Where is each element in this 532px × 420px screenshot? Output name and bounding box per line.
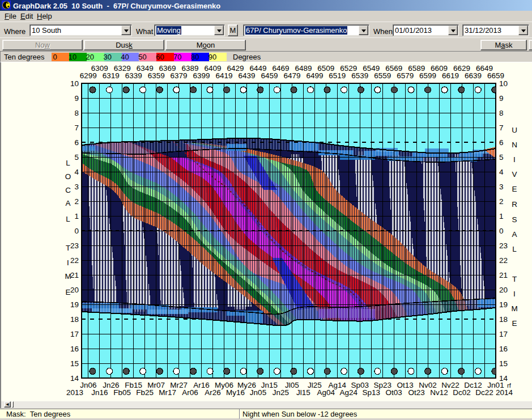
svg-text:L: L — [66, 215, 70, 223]
svg-text:21: 21 — [499, 271, 508, 279]
svg-text:Dc02: Dc02 — [453, 388, 471, 397]
svg-text:N: N — [512, 141, 517, 149]
svg-text:A: A — [512, 230, 517, 239]
svg-text:6359: 6359 — [148, 71, 165, 80]
svg-text:6539: 6539 — [351, 71, 368, 80]
svg-text:R: R — [512, 200, 517, 209]
svg-text:23: 23 — [70, 241, 79, 250]
svg-text:A: A — [65, 199, 70, 207]
svg-text:6299: 6299 — [80, 71, 97, 80]
svg-text:Mr17: Mr17 — [159, 388, 176, 397]
svg-text:6379: 6379 — [171, 71, 188, 80]
svg-text:9: 9 — [499, 94, 504, 103]
svg-text:2: 2 — [74, 197, 79, 206]
svg-text:0: 0 — [74, 227, 79, 235]
svg-text:M: M — [511, 304, 517, 313]
svg-text:T: T — [512, 275, 517, 283]
svg-text:Jn25: Jn25 — [273, 388, 289, 397]
svg-text:6419: 6419 — [215, 71, 232, 80]
svg-text:2: 2 — [499, 197, 504, 206]
svg-text:6579: 6579 — [397, 71, 414, 80]
svg-text:L: L — [512, 245, 517, 253]
svg-text:19: 19 — [70, 300, 79, 309]
svg-text:8: 8 — [499, 109, 504, 117]
svg-text:6499: 6499 — [306, 71, 323, 80]
svg-text:6319: 6319 — [103, 71, 120, 80]
svg-text:9: 9 — [74, 94, 79, 103]
svg-text:2013: 2013 — [66, 388, 83, 397]
svg-text:O: O — [65, 172, 71, 181]
svg-text:Ot03: Ot03 — [386, 388, 402, 397]
svg-text:6399: 6399 — [193, 71, 210, 80]
svg-text:6619: 6619 — [442, 71, 459, 80]
svg-text:0: 0 — [499, 227, 504, 235]
svg-text:My16: My16 — [226, 388, 245, 397]
svg-text:20: 20 — [70, 286, 79, 294]
svg-text:22: 22 — [70, 256, 79, 265]
svg-text:6559: 6559 — [374, 71, 391, 80]
svg-text:I: I — [513, 155, 516, 164]
svg-text:Ot23: Ot23 — [408, 388, 425, 397]
svg-text:T: T — [66, 244, 70, 252]
svg-text:5: 5 — [74, 153, 79, 162]
svg-text:6599: 6599 — [419, 71, 436, 80]
svg-text:Nv12: Nv12 — [430, 388, 448, 397]
svg-text:Ag24: Ag24 — [340, 388, 358, 397]
svg-text:U: U — [512, 126, 517, 134]
svg-text:L: L — [66, 159, 70, 167]
svg-text:17: 17 — [499, 330, 508, 338]
svg-text:15: 15 — [499, 359, 508, 368]
svg-text:Jl15: Jl15 — [296, 388, 310, 397]
svg-text:6519: 6519 — [329, 71, 346, 80]
svg-text:6459: 6459 — [261, 71, 278, 80]
svg-text:6: 6 — [74, 138, 79, 147]
svg-text:Dc22: Dc22 — [475, 388, 493, 397]
svg-text:Ag04: Ag04 — [317, 388, 335, 397]
svg-text:5: 5 — [499, 153, 504, 162]
svg-text:3: 3 — [74, 183, 79, 191]
svg-text:1: 1 — [74, 212, 79, 220]
svg-text:22: 22 — [499, 256, 508, 265]
svg-text:6339: 6339 — [125, 71, 142, 80]
svg-text:10: 10 — [70, 79, 79, 88]
svg-text:rf: rf — [507, 382, 512, 389]
svg-text:20: 20 — [499, 286, 508, 294]
svg-text:Sp13: Sp13 — [362, 388, 380, 397]
svg-text:Fb05: Fb05 — [113, 388, 131, 397]
svg-text:4: 4 — [74, 168, 79, 176]
svg-text:19: 19 — [499, 300, 508, 309]
svg-text:7: 7 — [499, 124, 504, 132]
svg-text:6479: 6479 — [283, 71, 300, 80]
svg-text:17: 17 — [70, 330, 79, 338]
svg-text:E: E — [512, 185, 517, 193]
svg-text:21: 21 — [70, 271, 79, 279]
svg-text:6639: 6639 — [465, 71, 482, 80]
svg-text:14: 14 — [70, 374, 79, 383]
svg-text:Jn16: Jn16 — [91, 388, 108, 397]
svg-text:10: 10 — [499, 79, 508, 88]
svg-text:15: 15 — [70, 359, 79, 368]
svg-text:Ar26: Ar26 — [205, 388, 221, 397]
svg-text:18: 18 — [499, 315, 508, 324]
svg-text:I: I — [67, 258, 69, 267]
svg-text:I: I — [513, 290, 516, 298]
svg-text:1: 1 — [499, 212, 504, 220]
svg-text:18: 18 — [70, 315, 79, 324]
svg-text:Fb25: Fb25 — [136, 388, 154, 397]
svg-text:6: 6 — [499, 138, 504, 147]
svg-text:16: 16 — [70, 345, 79, 353]
svg-text:Jn05: Jn05 — [250, 388, 266, 397]
svg-text:8: 8 — [74, 109, 79, 117]
svg-text:2014: 2014 — [496, 388, 513, 397]
svg-text:Ar06: Ar06 — [182, 388, 198, 397]
svg-text:M: M — [65, 272, 71, 281]
svg-text:S: S — [512, 215, 517, 224]
svg-text:4: 4 — [499, 168, 504, 176]
svg-text:E: E — [65, 288, 70, 296]
svg-text:E: E — [512, 319, 517, 328]
svg-text:6439: 6439 — [238, 71, 255, 80]
svg-text:3: 3 — [499, 183, 504, 191]
svg-text:16: 16 — [499, 345, 508, 353]
svg-text:C: C — [65, 186, 71, 194]
svg-text:V: V — [512, 170, 517, 179]
